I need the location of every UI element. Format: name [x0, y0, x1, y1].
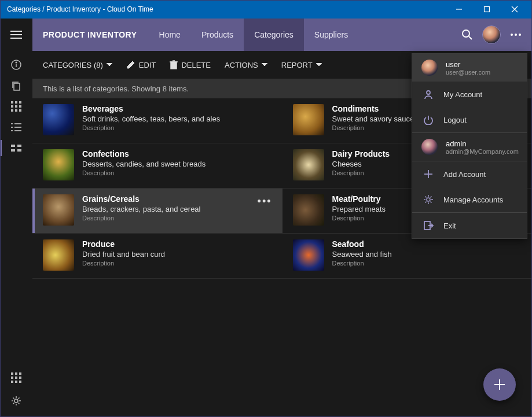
manage-accounts-label: Manage Accounts: [443, 195, 503, 204]
window-title: Categories / Product Inventory - Cloud O…: [7, 5, 446, 13]
sidebar-copy[interactable]: [0, 75, 32, 96]
plus-icon: [421, 167, 435, 181]
search-icon[interactable]: [460, 28, 474, 42]
sidebar-settings[interactable]: [0, 390, 32, 411]
svg-rect-34: [17, 149, 21, 152]
svg-rect-24: [19, 109, 21, 112]
sidebar-cards[interactable]: [0, 138, 32, 158]
sidebar-info[interactable]: [0, 54, 32, 75]
report-dropdown[interactable]: REPORT: [281, 61, 322, 69]
close-button[interactable]: [502, 1, 527, 17]
svg-rect-1: [485, 7, 490, 12]
svg-point-11: [519, 34, 521, 36]
edit-button[interactable]: EDIT: [126, 60, 156, 69]
window-buttons: [446, 1, 527, 17]
maximize-button[interactable]: [474, 1, 500, 17]
edit-label: EDIT: [139, 61, 156, 69]
current-user-row[interactable]: user user@user.com: [412, 54, 527, 82]
my-account-label: My Account: [443, 90, 482, 99]
svg-rect-21: [19, 105, 21, 108]
exit-item[interactable]: Exit: [412, 212, 527, 238]
category-subtitle: Seaweed and fish: [332, 250, 392, 259]
category-thumbnail: [43, 149, 74, 180]
svg-rect-36: [15, 372, 17, 375]
tab-categories[interactable]: Categories: [244, 19, 304, 51]
svg-rect-39: [15, 377, 17, 379]
minimize-button[interactable]: [446, 1, 472, 17]
category-title: Seafood: [332, 239, 392, 249]
category-card[interactable]: Produce Dried fruit and bean curd Descri…: [32, 234, 282, 279]
sidebar: [0, 51, 32, 417]
category-card[interactable]: Seafood Seaweed and fish Description: [282, 234, 533, 279]
more-icon[interactable]: [509, 28, 523, 42]
category-thumbnail: [293, 149, 324, 180]
person-icon: [421, 87, 435, 101]
sidebar-list[interactable]: [0, 117, 32, 138]
my-account-item[interactable]: My Account: [412, 82, 527, 107]
add-account-item[interactable]: Add Account: [412, 161, 527, 187]
categories-dropdown[interactable]: CATEGORIES (8): [43, 61, 112, 69]
category-desc-label: Description: [82, 260, 165, 267]
header-right: [460, 25, 532, 44]
svg-rect-37: [19, 372, 21, 375]
category-title: Grains/Cereals: [82, 194, 201, 204]
category-desc-label: Description: [82, 215, 201, 222]
power-icon: [421, 113, 435, 127]
tab-products[interactable]: Products: [191, 19, 244, 51]
tab-home[interactable]: Home: [149, 19, 191, 51]
other-user-name: admin: [446, 139, 519, 148]
menu-button[interactable]: [0, 19, 32, 51]
category-card[interactable]: Grains/Cereals Breads, crackers, pasta, …: [32, 189, 282, 234]
add-fab[interactable]: [483, 368, 516, 401]
categories-count-label: CATEGORIES (8): [43, 61, 103, 69]
svg-rect-41: [11, 381, 13, 383]
svg-rect-31: [11, 145, 15, 147]
category-title: Produce: [82, 239, 165, 249]
other-user-row[interactable]: admin admin@MyCompany.com: [412, 132, 527, 161]
app-header: PRODUCT INVENTORY Home Products Categori…: [0, 19, 532, 51]
svg-point-10: [515, 34, 517, 36]
category-desc-label: Description: [82, 124, 220, 131]
svg-line-8: [469, 36, 472, 39]
avatar-icon: [421, 60, 438, 76]
current-user-email: user@user.com: [446, 69, 490, 76]
other-user-email: admin@MyCompany.com: [446, 148, 519, 155]
svg-point-9: [511, 34, 513, 36]
category-thumbnail: [43, 104, 74, 135]
svg-point-44: [14, 399, 18, 403]
category-thumbnail: [293, 194, 324, 226]
user-avatar[interactable]: [482, 25, 501, 44]
logout-item[interactable]: Logout: [412, 107, 527, 132]
category-title: Meat/Poultry: [332, 194, 386, 204]
category-thumbnail: [293, 104, 324, 135]
card-more-icon[interactable]: •••: [258, 195, 272, 208]
exit-label: Exit: [443, 222, 456, 230]
sidebar-apps[interactable]: [0, 367, 32, 388]
window-titlebar: Categories / Product Inventory - Cloud O…: [0, 0, 532, 19]
category-subtitle: Breads, crackers, pasta, and cereal: [82, 205, 201, 213]
svg-point-14: [16, 62, 17, 63]
svg-rect-40: [19, 377, 21, 379]
svg-point-51: [427, 198, 430, 201]
add-account-label: Add Account: [443, 170, 486, 179]
sidebar-grid-small[interactable]: [0, 96, 32, 117]
category-title: Confections: [82, 149, 206, 158]
manage-accounts-item[interactable]: Manage Accounts: [412, 187, 527, 212]
delete-button[interactable]: DELETE: [170, 60, 211, 69]
actions-dropdown[interactable]: ACTIONS: [225, 61, 267, 69]
category-card[interactable]: Beverages Soft drinks, coffees, teas, be…: [32, 98, 282, 143]
svg-rect-33: [11, 149, 15, 152]
svg-rect-45: [171, 62, 177, 69]
gear-icon: [421, 193, 435, 206]
app-title: PRODUCT INVENTORY: [32, 30, 149, 39]
svg-rect-17: [15, 101, 17, 104]
svg-rect-16: [11, 101, 13, 104]
info-text: This is a list of categories. Showing 8 …: [43, 84, 189, 93]
svg-rect-19: [11, 105, 13, 108]
category-desc-label: Description: [332, 260, 392, 267]
tab-suppliers[interactable]: Suppliers: [304, 19, 358, 51]
svg-rect-18: [19, 101, 21, 104]
category-card[interactable]: Confections Desserts, candies, and sweet…: [32, 143, 282, 189]
svg-rect-35: [11, 372, 13, 375]
svg-rect-20: [15, 105, 17, 108]
